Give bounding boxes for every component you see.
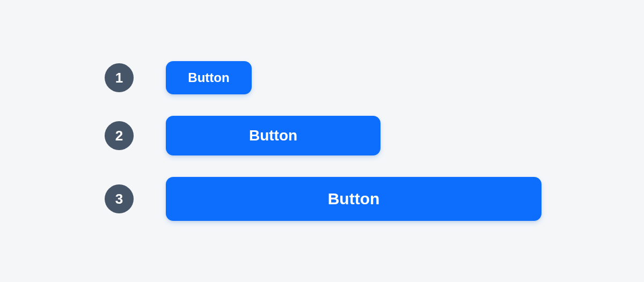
step-number: 1 xyxy=(115,70,123,86)
button-size-2[interactable]: Button xyxy=(166,116,380,155)
button-size-1[interactable]: Button xyxy=(166,61,252,94)
step-badge-2: 2 xyxy=(105,121,134,150)
step-badge-1: 1 xyxy=(105,63,134,92)
button-label: Button xyxy=(188,70,229,85)
step-number: 2 xyxy=(115,128,123,144)
button-row-1: 1 Button xyxy=(105,61,644,94)
step-badge-3: 3 xyxy=(105,184,134,213)
button-label: Button xyxy=(249,127,297,144)
button-row-3: 3 Button xyxy=(105,177,644,221)
button-label: Button xyxy=(328,190,380,208)
button-size-3[interactable]: Button xyxy=(166,177,541,221)
step-number: 3 xyxy=(115,191,123,207)
button-row-2: 2 Button xyxy=(105,116,644,155)
